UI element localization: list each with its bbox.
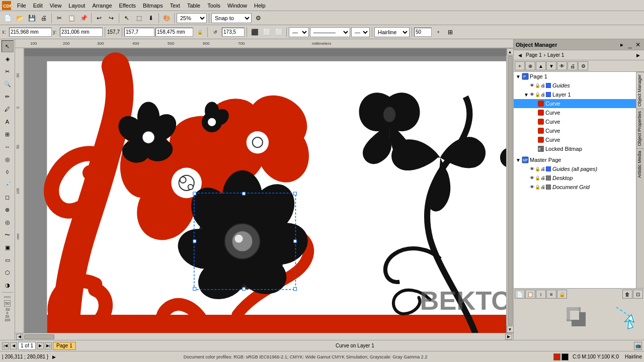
- obj-lock-btn[interactable]: 🔒: [557, 290, 567, 299]
- guides-all-vis-lock[interactable]: 🔒: [535, 166, 540, 171]
- h-scrollbar[interactable]: ◀ ▶: [15, 333, 513, 340]
- paste-button[interactable]: 📌: [78, 13, 89, 24]
- tree-layer1[interactable]: ▼ 👁 🔒 🖨 Layer 1: [514, 90, 636, 99]
- tab-object-properties[interactable]: Object Properties: [636, 109, 644, 148]
- menu-help[interactable]: Help: [251, 2, 269, 10]
- text-tool[interactable]: A: [2, 116, 14, 128]
- menu-file[interactable]: File: [14, 2, 29, 10]
- guides-all-vis-eye[interactable]: 👁: [530, 166, 534, 171]
- lock-ratio[interactable]: 🔒: [194, 27, 205, 38]
- open-button[interactable]: 📂: [14, 13, 25, 24]
- zoom-tool[interactable]: 🔍: [2, 78, 14, 90]
- nav-back[interactable]: ◀: [516, 51, 524, 59]
- tree-doc-grid[interactable]: 👁 🔒 🖨 Document Grid: [514, 183, 636, 192]
- undo-button[interactable]: ↩: [94, 13, 105, 24]
- fill-tool[interactable]: ◊: [2, 166, 14, 178]
- menu-view[interactable]: View: [47, 2, 65, 10]
- outline-color[interactable]: [561, 353, 569, 360]
- page-label-btn[interactable]: Page 1: [53, 342, 76, 350]
- move-up-btn[interactable]: ▲: [536, 61, 546, 70]
- obj-manager-close[interactable]: ✕: [634, 41, 642, 49]
- tree-locked-bitmap[interactable]: B Locked Bitmap: [514, 144, 636, 153]
- settings-btn[interactable]: ⚙: [578, 61, 588, 70]
- tab-artistic-media[interactable]: Artistic Media: [636, 148, 644, 180]
- import-button[interactable]: ⬇: [145, 13, 156, 24]
- menu-text[interactable]: Text: [167, 2, 183, 10]
- docgrid-vis-print[interactable]: 🖨: [541, 185, 545, 190]
- menu-table[interactable]: Table: [184, 2, 203, 10]
- line-style-dropdown[interactable]: —: [289, 27, 309, 37]
- new-layer-btn[interactable]: +: [515, 61, 525, 70]
- page-last-btn[interactable]: ▶|: [45, 342, 52, 349]
- copy-button[interactable]: 📋: [66, 13, 77, 24]
- page1-expand[interactable]: ▼: [516, 74, 522, 79]
- desktop-vis-lock[interactable]: 🔒: [535, 175, 540, 180]
- tree-guides[interactable]: 👁 🔒 🖨 Guides: [514, 81, 636, 90]
- distort-tool[interactable]: 〜: [2, 229, 14, 241]
- cut-button[interactable]: ✂: [54, 13, 65, 24]
- menu-arrange[interactable]: Arrange: [89, 2, 115, 10]
- dimension-tool[interactable]: ↔: [2, 141, 14, 153]
- tree-curve3[interactable]: Curve: [514, 117, 636, 126]
- shape-tool[interactable]: ◈: [2, 53, 14, 65]
- tree-guides-all[interactable]: 👁 🔒 🖨 Guides (all pages): [514, 164, 636, 173]
- shadow-tool[interactable]: ▣: [2, 241, 14, 253]
- rotation-input[interactable]: [222, 28, 245, 37]
- move-down-btn[interactable]: ▼: [546, 61, 556, 70]
- menu-window[interactable]: Window: [224, 2, 250, 10]
- snap-dropdown[interactable]: Snap to: [211, 13, 252, 23]
- transparency-tool[interactable]: ◑: [2, 279, 14, 291]
- y-coord-input[interactable]: [60, 28, 103, 37]
- reset-btn[interactable]: ↺: [210, 27, 221, 38]
- desktop-vis-print[interactable]: 🖨: [541, 175, 545, 180]
- zoom-dropdown[interactable]: 25% 50% 75% 100%: [177, 13, 207, 23]
- vscroll-thumb[interactable]: [508, 56, 513, 325]
- play-btn[interactable]: ▶: [50, 353, 57, 360]
- print-all-btn[interactable]: 🖨: [568, 61, 578, 70]
- tree-master-page[interactable]: ▼ MP Master Page: [514, 155, 636, 164]
- freehand-tool[interactable]: ✏: [2, 90, 14, 103]
- tree-curve2[interactable]: Curve: [514, 108, 636, 117]
- menu-effects[interactable]: Effects: [116, 2, 139, 10]
- obj-tree[interactable]: ▼ P Page 1 👁 🔒 🖨 Guides ▼ �: [514, 72, 636, 288]
- tree-curve1[interactable]: Curve: [514, 99, 636, 108]
- page-next-btn[interactable]: ▶: [37, 342, 44, 349]
- page-first-btn[interactable]: |◀: [2, 342, 9, 349]
- vscroll-down[interactable]: ▼: [507, 326, 514, 333]
- obj-delete-btn[interactable]: 🗑: [622, 290, 632, 299]
- page-prev-btn[interactable]: ◀: [10, 342, 17, 349]
- docgrid-vis-eye[interactable]: 👁: [530, 185, 534, 190]
- obj-copy-btn[interactable]: 📋: [525, 290, 535, 299]
- align-right[interactable]: ⬜: [273, 27, 284, 38]
- hscroll-thumb[interactable]: [24, 334, 54, 339]
- width-input[interactable]: [124, 28, 154, 37]
- table-tool[interactable]: ⊞: [2, 128, 14, 140]
- menu-bitmaps[interactable]: Bitmaps: [140, 2, 166, 10]
- transform-button[interactable]: ⬚: [133, 13, 144, 24]
- guides-vis-print[interactable]: 🖨: [541, 83, 545, 88]
- v-scrollbar[interactable]: ▲ ▼: [506, 48, 513, 333]
- layer1-vis-eye[interactable]: 👁: [530, 92, 534, 97]
- nav-forward[interactable]: ▶: [634, 51, 642, 59]
- line-cap-dropdown[interactable]: —: [351, 27, 370, 37]
- tree-curve5[interactable]: Curve: [514, 135, 636, 144]
- eyedropper-tool[interactable]: 💉: [2, 178, 14, 191]
- contour-tool[interactable]: ◎: [2, 216, 14, 228]
- select-button[interactable]: ↖: [121, 13, 132, 24]
- pen-tool[interactable]: 🖊: [2, 103, 14, 115]
- print-button[interactable]: 🖨: [38, 13, 49, 24]
- canvas[interactable]: BEKTOP OM: [24, 48, 506, 333]
- envelope-tool[interactable]: ▭: [2, 254, 14, 266]
- new-layer2-btn[interactable]: ⊕: [525, 61, 535, 70]
- obj-collapse-btn[interactable]: ⊡: [633, 290, 643, 299]
- tab-object-manager[interactable]: Object Manager: [636, 72, 644, 109]
- redo-button[interactable]: ↪: [106, 13, 117, 24]
- docgrid-vis-lock[interactable]: 🔒: [535, 185, 540, 190]
- guides-all-vis-print[interactable]: 🖨: [541, 166, 545, 171]
- hairline-dropdown[interactable]: Hairline: [374, 27, 410, 37]
- x-coord-input[interactable]: [9, 28, 52, 37]
- hscroll-left[interactable]: ◀: [16, 334, 23, 340]
- fill-button[interactable]: 🎨: [161, 13, 172, 24]
- guides-vis-eye[interactable]: 👁: [530, 83, 534, 88]
- size-input[interactable]: [414, 28, 432, 37]
